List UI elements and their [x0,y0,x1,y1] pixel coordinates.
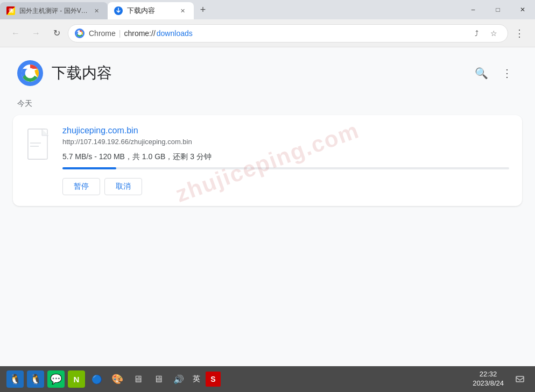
progress-bar-container [62,167,509,169]
file-url: http://107.149.192.66/zhujiceping.com.bi… [62,138,509,146]
tab-active-favicon [114,6,123,15]
download-actions: 暂停 取消 [62,178,509,195]
addressbar: ← → ↻ Chrome | chrome://downloads [0,19,535,47]
clock-time: 22:32 [480,370,497,379]
browser-window: 测 国外主机测评 - 国外VPS... ✕ 下载内容 ✕ + – □ ✕ [0,0,535,392]
page-title: 下载内容 [52,63,112,83]
share-button[interactable]: ⤴ [469,26,484,41]
file-name[interactable]: zhujiceping.com.bin [62,126,509,136]
taskbar-icon-figma[interactable]: 🎨 [109,370,126,388]
titlebar-drag-area [212,0,461,19]
tab-active[interactable]: 下载内容 ✕ [108,2,194,19]
taskbar-icon-display1[interactable]: 🖥 [129,370,146,388]
more-options-button[interactable]: ⋮ [496,62,518,84]
chrome-icon [75,28,85,38]
new-tab-button[interactable]: + [194,2,212,17]
restore-button[interactable]: □ [485,0,510,19]
window-controls: – □ ✕ [461,0,535,19]
page-content: 下载内容 🔍 ⋮ zhujiceping.com 今天 [0,47,535,366]
download-item: zhujiceping.com.bin http://107.149.192.6… [13,115,522,206]
tab-active-label: 下载内容 [127,6,173,16]
pause-button[interactable]: 暂停 [62,178,100,195]
progress-text: 5.7 MB/s - 120 MB，共 1.0 GB，还剩 3 分钟 [62,152,509,162]
cancel-button[interactable]: 取消 [104,178,142,195]
close-button[interactable]: ✕ [510,0,535,19]
tab-active-close[interactable]: ✕ [178,6,187,16]
forward-button[interactable]: → [27,24,45,42]
titlebar: 测 国外主机测评 - 国外VPS... ✕ 下载内容 ✕ + – □ ✕ [0,0,535,19]
search-button[interactable]: 🔍 [470,62,492,84]
downloads-header: 下载内容 🔍 ⋮ [0,47,535,95]
taskbar-clock[interactable]: 22:32 2023/8/24 [468,370,508,388]
tab-inactive-favicon: 测 [6,6,15,15]
url-path-highlight: downloads [157,29,193,38]
svg-point-6 [25,68,36,79]
url-bar[interactable]: Chrome | chrome://downloads ⤴ ☆ [68,24,508,42]
file-icon [26,128,52,160]
taskbar-icon-qq1[interactable]: 🐧 [6,370,24,388]
url-bar-actions: ⤴ ☆ [469,26,501,41]
taskbar-icon-volume[interactable]: 🔊 [170,370,187,388]
taskbar-icon-s[interactable]: S [206,372,221,387]
chrome-logo [17,60,43,86]
taskbar-icon-qq2[interactable]: 🐧 [27,370,44,388]
browser-menu-button[interactable]: ⋮ [510,24,529,42]
clock-date: 2023/8/24 [473,379,504,388]
taskbar-icon-lang[interactable]: 英 [191,370,202,388]
back-button[interactable]: ← [6,24,25,42]
header-actions: 🔍 ⋮ [470,62,518,84]
svg-rect-9 [516,376,524,382]
tab-inactive-close[interactable]: ✕ [93,6,101,16]
taskbar-icon-wechat[interactable]: 💬 [47,370,65,388]
url-divider: | [119,29,121,38]
section-today-label: 今天 [0,95,535,113]
tab-inactive-label: 国外主机测评 - 国外VPS... [19,6,88,16]
taskbar-icon-display2[interactable]: 🖥 [150,370,167,388]
notification-button[interactable] [511,370,529,388]
taskbar: 🐧 🐧 💬 N 🔵 🎨 🖥 🖥 🔊 英 S 22:32 2 [0,366,535,392]
progress-bar-fill [62,167,116,169]
url-text: Chrome | chrome://downloads [89,29,193,38]
minimize-button[interactable]: – [461,0,485,19]
url-site-label: Chrome [89,29,116,38]
taskbar-icon-nvidia[interactable]: N [68,370,85,388]
download-info: zhujiceping.com.bin http://107.149.192.6… [62,126,509,195]
reload-button[interactable]: ↻ [47,24,66,42]
url-prefix: chrome:// [124,29,155,38]
bookmark-button[interactable]: ☆ [486,26,501,41]
svg-point-3 [78,31,82,35]
taskbar-icon-bluetooth[interactable]: 🔵 [88,370,105,388]
tab-inactive[interactable]: 测 国外主机测评 - 国外VPS... ✕ [0,2,108,19]
